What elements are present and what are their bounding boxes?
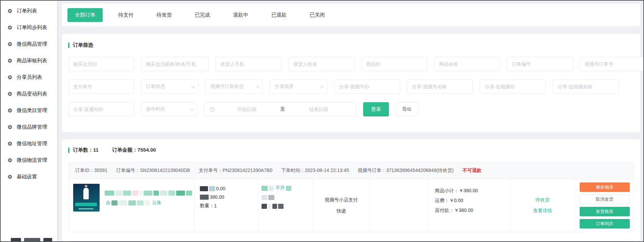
gear-icon: ⚙ bbox=[7, 75, 12, 80]
order-id: 订单ID：35591 bbox=[75, 168, 107, 174]
receiver-name-input[interactable] bbox=[288, 57, 354, 71]
share-video-id-input[interactable] bbox=[480, 80, 546, 94]
status-cell: 待收货 查看详情 bbox=[510, 179, 575, 232]
sidebar-item-product-change-list[interactable]: ⚙ 商品变动列表 bbox=[1, 86, 57, 102]
gear-icon: ⚙ bbox=[7, 25, 12, 30]
product-name-fragment: 云集 bbox=[152, 200, 162, 206]
sidebar-item-product-audit-list[interactable]: ⚙ 商品审核列表 bbox=[1, 52, 57, 69]
sidebar-item-label: 微信品牌管理 bbox=[17, 124, 47, 130]
buyer-member-name-input[interactable] bbox=[141, 57, 209, 71]
wx-order-status-select[interactable]: 视频号订单状态 bbox=[205, 80, 263, 94]
pay-no-input[interactable] bbox=[68, 80, 134, 94]
order-status-select[interactable]: 订单状态 bbox=[141, 80, 199, 94]
end-date-input[interactable] bbox=[287, 107, 351, 112]
sidebar-item-label: 商品变动列表 bbox=[17, 91, 47, 97]
share-channel-id-input[interactable] bbox=[334, 80, 400, 94]
filter-section-title: 订单筛选 bbox=[68, 42, 634, 48]
order-sync-button[interactable]: 订单同步 bbox=[580, 219, 630, 228]
gear-icon: ⚙ bbox=[7, 91, 12, 97]
price-line-redacted: 0.00 bbox=[200, 186, 258, 191]
section-accent-bar bbox=[68, 43, 69, 48]
sidebar: ⚙ 订单列表 ⚙ 订单同步列表 ⚙ 微信商品管理 ⚙ 商品审核列表 ⚙ 分享员列… bbox=[1, 1, 57, 241]
search-button[interactable]: 搜索 bbox=[363, 102, 389, 116]
subtotal-line: 商品小计：￥380.00 bbox=[435, 186, 510, 196]
sidebar-redacted-text bbox=[11, 238, 53, 242]
share-channel-name-input[interactable] bbox=[407, 80, 473, 94]
price-line-redacted: 380.00 bbox=[200, 194, 258, 200]
orders-summary: 订单数： 11 订单金额： 7554.00 bbox=[68, 147, 634, 153]
tab-completed[interactable]: 已完成 bbox=[187, 8, 217, 22]
tab-closed[interactable]: 已关闭 bbox=[302, 8, 332, 22]
product-cell: 会 云集 bbox=[68, 179, 194, 232]
orders-amount: 订单金额： 7554.00 bbox=[112, 147, 156, 153]
buyer-fragment: 不开 bbox=[275, 185, 285, 191]
cancel-ship-button[interactable]: 取消发货 bbox=[580, 195, 630, 204]
gear-icon: ⚙ bbox=[7, 141, 12, 147]
sidebar-item-wechat-category-mgmt[interactable]: ⚙ 微信类目管理 bbox=[1, 102, 57, 119]
orders-amount-label: 订单金额： bbox=[112, 147, 138, 153]
tab-pending-payment[interactable]: 待支付 bbox=[111, 8, 141, 22]
start-date-input[interactable] bbox=[215, 107, 279, 112]
receiver-phone-input[interactable] bbox=[215, 57, 282, 71]
sidebar-item-wechat-logistics-mgmt[interactable]: ⚙ 微信物流管理 bbox=[1, 152, 57, 169]
sidebar-item-label: 分享员列表 bbox=[17, 74, 42, 81]
sidebar-item-wechat-address-mgmt[interactable]: ⚙ 微信地址管理 bbox=[1, 135, 57, 152]
sidebar-item-order-sync-list[interactable]: ⚙ 订单同步列表 bbox=[1, 19, 57, 36]
select-placeholder: 视频号订单状态 bbox=[210, 84, 244, 90]
tab-refunding[interactable]: 退款中 bbox=[226, 8, 256, 22]
gear-icon: ⚙ bbox=[7, 158, 12, 163]
order-no: 订单编号：SN23081422139040DB bbox=[116, 168, 190, 174]
no-refund-badge: 不可退款 bbox=[462, 168, 481, 174]
tab-all-orders[interactable]: 全部订单 bbox=[67, 8, 103, 22]
select-placeholder: 订单状态 bbox=[146, 84, 165, 90]
sidebar-item-order-list[interactable]: ⚙ 订单列表 bbox=[1, 3, 57, 19]
product-image bbox=[73, 184, 100, 212]
chevron-down-icon bbox=[256, 84, 259, 88]
tab-pending-shipment[interactable]: 待发货 bbox=[149, 8, 179, 22]
date-range-picker[interactable]: 至 bbox=[204, 102, 356, 116]
filter-row-1 bbox=[68, 57, 634, 71]
op-time-select[interactable]: 操作时间 bbox=[141, 102, 197, 116]
poster-figure bbox=[83, 188, 89, 199]
sidebar-item-wechat-brand-mgmt[interactable]: ⚙ 微信品牌管理 bbox=[1, 119, 57, 135]
orders-count: 订单数： 11 bbox=[73, 147, 99, 153]
payment-method: 视频号小店支付 bbox=[325, 197, 358, 203]
product-name-input[interactable] bbox=[434, 57, 500, 71]
edit-logistics-button[interactable]: 修改物流 bbox=[580, 182, 630, 192]
sidebar-item-label: 商品审核列表 bbox=[17, 58, 47, 64]
payment-cell: 视频号小店支付 快递 bbox=[313, 179, 370, 232]
poster-subtitle-bar bbox=[79, 208, 94, 210]
order-body: 会 云集 bbox=[68, 179, 634, 232]
price-partial: 380.00 bbox=[210, 194, 224, 200]
order-pay-no: 支付单号：PN230814221390A7B0 bbox=[199, 168, 272, 174]
view-detail-link[interactable]: 查看详情 bbox=[533, 208, 552, 214]
share-video-name-input[interactable] bbox=[553, 80, 619, 94]
order-card: 订单ID：35591 订单编号：SN23081422139040DB 支付单号：… bbox=[68, 162, 634, 232]
buyer-cell-redacted: 不开 bbox=[258, 179, 313, 232]
export-button[interactable]: 导出 bbox=[396, 102, 418, 116]
product-name-redacted: 会 云集 bbox=[105, 184, 193, 227]
chevron-down-icon bbox=[320, 84, 324, 88]
buyer-member-id-input[interactable] bbox=[68, 57, 134, 71]
share-scene-select[interactable]: 分享场景 bbox=[270, 80, 327, 94]
freight-line: 运费：￥0.00 bbox=[435, 196, 510, 205]
ship-push-button[interactable]: 发货推送 bbox=[580, 207, 630, 216]
gear-icon: ⚙ bbox=[7, 42, 12, 47]
chevron-down-icon bbox=[190, 107, 194, 111]
gear-icon: ⚙ bbox=[7, 108, 12, 113]
gear-icon: ⚙ bbox=[7, 174, 12, 180]
sidebar-item-basic-settings[interactable]: ⚙ 基础设置 bbox=[1, 169, 57, 185]
sidebar-item-label: 订单同步列表 bbox=[17, 24, 47, 31]
order-no-input[interactable] bbox=[507, 57, 573, 71]
empty-cell bbox=[370, 179, 428, 232]
product-id-input[interactable] bbox=[361, 57, 427, 71]
tab-refunded[interactable]: 已退款 bbox=[264, 8, 294, 22]
wx-order-no-input[interactable] bbox=[580, 57, 643, 71]
section-accent-bar bbox=[68, 148, 69, 153]
gear-icon: ⚙ bbox=[7, 8, 12, 14]
filter-row-3: 操作时间 至 搜索 导出 bbox=[68, 102, 634, 116]
sidebar-item-sharer-list[interactable]: ⚙ 分享员列表 bbox=[1, 69, 57, 86]
sidebar-item-wechat-product-mgmt[interactable]: ⚙ 微信商品管理 bbox=[1, 36, 57, 52]
chevron-down-icon bbox=[191, 84, 195, 88]
share-live-id-input[interactable] bbox=[68, 102, 134, 116]
